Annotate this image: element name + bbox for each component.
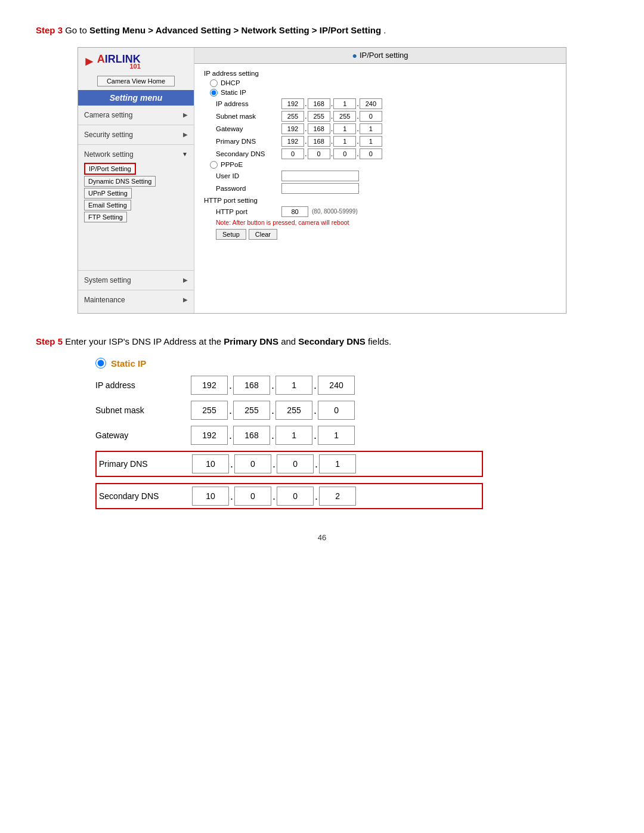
big-ip-field-2[interactable] xyxy=(233,376,270,395)
primary-dns-field-2[interactable] xyxy=(308,136,330,147)
gateway-field-2[interactable] xyxy=(308,123,330,134)
big-primary-dns-field-1[interactable] xyxy=(192,454,229,473)
globe-icon: ● xyxy=(352,51,357,60)
big-subnet-dot-3: . xyxy=(312,404,318,417)
logo-text: AIRLINK 101 xyxy=(97,54,141,70)
sidebar-label-camera: Camera setting xyxy=(84,111,132,119)
primary-dns-field-3[interactable] xyxy=(333,136,356,147)
big-secondary-dns-field-2[interactable] xyxy=(234,487,271,506)
big-gateway-field-3[interactable] xyxy=(275,426,312,445)
step5-bold1: Primary DNS xyxy=(224,336,278,346)
submenu-ddns[interactable]: Dynamic DNS Setting xyxy=(84,176,156,187)
subnet-mask-row: Subnet mask . . . xyxy=(216,111,556,122)
button-row: Setup Clear xyxy=(216,229,556,240)
password-row: Password xyxy=(216,183,556,194)
submenu-upnp[interactable]: UPnP Setting xyxy=(84,188,132,199)
submenu-ftp[interactable]: FTP Setting xyxy=(84,212,127,222)
big-secondary-dns-field-1[interactable] xyxy=(192,487,229,506)
dhcp-radio[interactable] xyxy=(210,79,218,87)
setting-menu-header: Setting menu xyxy=(78,90,194,106)
ip-field-3[interactable] xyxy=(333,98,356,109)
big-subnet-field-1[interactable] xyxy=(191,401,228,420)
big-subnet-field-2[interactable] xyxy=(233,401,270,420)
clear-button[interactable]: Clear xyxy=(249,229,277,240)
ip-field-1[interactable] xyxy=(281,98,304,109)
dhcp-label: DHCP xyxy=(221,79,240,86)
submenu-email[interactable]: Email Setting xyxy=(84,200,131,210)
gateway-field-4[interactable] xyxy=(360,123,382,134)
sidebar-item-network[interactable]: Network setting ▼ xyxy=(78,147,194,162)
big-secondary-dns-field-4[interactable] xyxy=(319,487,356,506)
big-ip-address-label: IP address xyxy=(95,380,191,390)
secondary-dns-field-1[interactable] xyxy=(281,148,304,159)
pppoe-radio[interactable] xyxy=(210,161,218,169)
main-header: ● IP/Port setting xyxy=(194,48,566,64)
logo-airlink: AIRLINK 101 xyxy=(97,53,141,70)
gateway-fields: . . . xyxy=(281,123,382,134)
big-secondary-dns-dot-1: . xyxy=(229,490,234,503)
big-static-ip-radio[interactable] xyxy=(95,358,106,368)
secondary-dns-field-4[interactable] xyxy=(360,148,382,159)
sidebar-item-security[interactable]: Security setting ▶ xyxy=(78,128,194,142)
big-ip-field-4[interactable] xyxy=(318,376,355,395)
ip-field-4[interactable] xyxy=(360,98,382,109)
big-secondary-dns-field-3[interactable] xyxy=(277,487,314,506)
primary-dns-field-4[interactable] xyxy=(360,136,382,147)
submenu-ipport[interactable]: IP/Port Setting xyxy=(84,163,136,175)
ip-address-setting-title: IP address setting xyxy=(204,70,556,77)
big-secondary-dns-dot-2: . xyxy=(271,490,277,503)
primary-dns-label: Primary DNS xyxy=(216,138,281,145)
gateway-field-1[interactable] xyxy=(281,123,304,134)
ip-field-2[interactable] xyxy=(308,98,330,109)
big-gateway-dot-3: . xyxy=(312,429,318,442)
big-primary-dns-dot-3: . xyxy=(314,458,319,470)
subnet-field-3[interactable] xyxy=(333,111,356,122)
big-gateway-field-2[interactable] xyxy=(233,426,270,445)
step5-fields: fields. xyxy=(368,336,391,346)
sidebar-arrow-network: ▼ xyxy=(182,151,188,157)
camera-view-button[interactable]: Camera View Home xyxy=(97,76,175,86)
sidebar-bottom: System setting ▶ Maintenance ▶ xyxy=(78,270,194,307)
big-subnet-field-4[interactable] xyxy=(318,401,355,420)
sidebar-arrow-security: ▶ xyxy=(183,131,188,138)
sidebar-label-security: Security setting xyxy=(84,131,133,139)
step5-heading: Step 5 Enter your ISP's DNS IP Address a… xyxy=(36,335,608,349)
big-primary-dns-field-2[interactable] xyxy=(234,454,271,473)
ip-address-fields: . . . xyxy=(281,98,382,109)
big-gateway-field-1[interactable] xyxy=(191,426,228,445)
step3-instruction: Setting Menu > Advanced Setting > Networ… xyxy=(89,25,381,35)
setup-button[interactable]: Setup xyxy=(216,229,246,240)
sidebar-item-system[interactable]: System setting ▶ xyxy=(78,273,194,287)
big-primary-dns-field-4[interactable] xyxy=(319,454,356,473)
big-ip-address-row: IP address . . . xyxy=(95,376,483,395)
sidebar-item-camera[interactable]: Camera setting ▶ xyxy=(78,108,194,122)
http-port-input[interactable] xyxy=(281,206,308,217)
big-primary-dns-fields: . . . xyxy=(192,454,356,473)
logo-air: A xyxy=(97,53,105,65)
sidebar-item-maintenance[interactable]: Maintenance ▶ xyxy=(78,293,194,307)
step5-and: and xyxy=(281,336,298,346)
primary-dns-field-1[interactable] xyxy=(281,136,304,147)
static-ip-radio[interactable] xyxy=(210,89,218,97)
big-ip-dot-3: . xyxy=(312,379,318,392)
secondary-dns-label: Secondary DNS xyxy=(216,150,281,157)
logo-area: ► AIRLINK 101 xyxy=(78,48,194,73)
big-ip-field-1[interactable] xyxy=(191,376,228,395)
secondary-dns-field-2[interactable] xyxy=(308,148,330,159)
subnet-field-4[interactable] xyxy=(360,111,382,122)
big-gateway-field-4[interactable] xyxy=(318,426,355,445)
user-id-input[interactable] xyxy=(281,171,359,181)
subnet-mask-label: Subnet mask xyxy=(216,113,281,120)
user-id-label: User ID xyxy=(216,172,281,179)
password-input[interactable] xyxy=(281,183,359,194)
big-subnet-field-3[interactable] xyxy=(275,401,312,420)
gateway-field-3[interactable] xyxy=(333,123,356,134)
http-port-hint: (80, 8000-59999) xyxy=(312,208,358,215)
secondary-dns-field-3[interactable] xyxy=(333,148,356,159)
big-ip-field-3[interactable] xyxy=(275,376,312,395)
big-primary-dns-field-3[interactable] xyxy=(277,454,314,473)
subnet-field-1[interactable] xyxy=(281,111,304,122)
subnet-field-2[interactable] xyxy=(308,111,330,122)
http-port-label: HTTP port xyxy=(216,208,281,215)
main-content: ● IP/Port setting IP address setting DHC… xyxy=(194,48,566,313)
